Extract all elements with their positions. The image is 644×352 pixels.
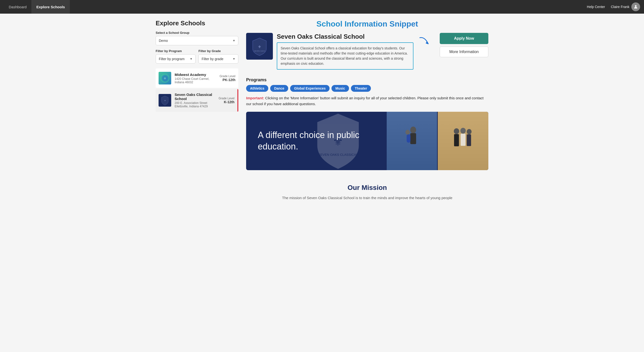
programs-label: Programs (246, 77, 488, 83)
snippet-heading: School Information Snippet (246, 20, 488, 29)
svg-text:⚜: ⚜ (164, 100, 166, 102)
important-text: Clicking on the 'More Information' butto… (246, 96, 484, 106)
grade-label-sevenoaks: Grade Level (219, 97, 234, 100)
program-tag-dance: Dance (270, 85, 288, 92)
filter-program-select[interactable]: Filter by program (156, 54, 196, 64)
svg-point-16 (460, 128, 466, 134)
school-item-midwest[interactable]: ⊙ Midwest Academy 1420 Chase Court Carme… (156, 68, 238, 88)
hero-text: A different choice in public education. (246, 130, 380, 152)
mission-title: Our Mission (256, 184, 478, 192)
school-detail-name: Seven Oaks Classical School (277, 33, 414, 41)
school-logo-midwest: ⊙ (158, 72, 171, 85)
main-container: Explore Schools Select a School Group De… (152, 14, 492, 212)
grade-value-midwest: PK-12th (220, 78, 236, 82)
help-center-link[interactable]: Help Center (587, 5, 605, 9)
content-area: School Information Snippet ⚜ SEVEN OAKS … (246, 20, 488, 207)
info-card-body: Seven Oaks Classical School Seven Oaks C… (277, 33, 414, 70)
filter-grade-label: Filter by Grade (198, 49, 238, 53)
svg-rect-15 (454, 134, 459, 146)
user-name-label: Claire Frank (611, 5, 630, 9)
school-list: ⊙ Midwest Academy 1420 Chase Court Carme… (156, 68, 238, 113)
school-info-sevenoaks: Seven Oaks Classical School 200 E. Assoc… (174, 93, 215, 108)
sidebar: Explore Schools Select a School Group De… (156, 20, 238, 207)
svg-point-0 (635, 5, 637, 7)
more-information-button[interactable]: More Information (440, 47, 488, 57)
svg-rect-17 (461, 134, 466, 146)
school-group-select-wrapper: Demo ▼ (156, 36, 238, 45)
important-label: Important: (246, 96, 264, 100)
filter-grade-col: Filter by Grade Filter by grade ▼ (198, 49, 238, 64)
filter-grade-select[interactable]: Filter by grade (198, 54, 238, 64)
svg-rect-19 (467, 134, 471, 146)
apply-now-button[interactable]: Apply Now (440, 33, 488, 44)
filter-grade-select-wrapper: Filter by grade ▼ (198, 54, 238, 64)
grade-label-midwest: Grade Level (220, 75, 236, 78)
mission-section: Our Mission The mission of Seven Oaks Cl… (246, 178, 488, 207)
school-detail-logo: ⚜ SEVEN OAKS (246, 33, 273, 60)
sidebar-title: Explore Schools (156, 20, 238, 27)
program-tag-athletics: Athletics (246, 85, 268, 92)
filter-program-select-wrapper: Filter by program ▼ (156, 54, 196, 64)
description-box: Seven Oaks Classical School offers a cla… (277, 42, 414, 70)
school-grade-sevenoaks: Grade Level K-12th (219, 97, 234, 104)
svg-text:SEVEN OAKS CLASSICAL: SEVEN OAKS CLASSICAL (318, 153, 358, 157)
school-name-midwest: Midwest Academy (174, 73, 216, 77)
info-card: ⚜ SEVEN OAKS Seven Oaks Classical School… (246, 33, 414, 70)
svg-text:⚜: ⚜ (258, 45, 261, 49)
program-tag-music: Music (332, 85, 349, 92)
avatar (631, 3, 640, 11)
programs-section: Programs Athletics Dance Global Experien… (246, 77, 488, 92)
arrow-icon (417, 35, 432, 50)
svg-point-18 (467, 129, 472, 134)
svg-point-14 (454, 128, 459, 134)
school-name-sevenoaks: Seven Oaks Classical School (174, 93, 215, 101)
school-group-select[interactable]: Demo (156, 36, 238, 45)
nav-tab-explore-schools[interactable]: Explore Schools (31, 0, 70, 14)
svg-text:⊙: ⊙ (164, 77, 166, 80)
school-grade-midwest: Grade Level PK-12th (220, 75, 236, 82)
hero-image-2 (438, 112, 488, 170)
programs-tags: Athletics Dance Global Experiences Music… (246, 85, 488, 92)
svg-point-10 (410, 127, 416, 133)
school-info-midwest: Midwest Academy 1420 Chase Court Carmel,… (174, 73, 216, 84)
filter-program-label: Filter by Program (156, 49, 196, 53)
important-notice: Important: Clicking on the 'More Informa… (246, 95, 488, 107)
svg-text:SEVEN OAKS: SEVEN OAKS (254, 50, 265, 52)
nav-right: Help Center Claire Frank (587, 3, 640, 11)
hero-banner: ⚜ SEVEN OAKS CLASSICAL A different choic… (246, 112, 488, 170)
program-tag-global-experiences: Global Experiences (290, 85, 330, 92)
top-navigation: Dashboard Explore Schools Help Center Cl… (0, 0, 644, 14)
nav-tab-dashboard[interactable]: Dashboard (4, 0, 31, 14)
mission-text: The mission of Seven Oaks Classical Scho… (256, 195, 478, 201)
user-menu[interactable]: Claire Frank (611, 3, 640, 11)
svg-point-13 (406, 130, 410, 135)
school-item-sevenoaks[interactable]: ⚜ Seven Oaks Classical School 200 E. Ass… (156, 89, 238, 112)
people-silhouette (400, 122, 424, 160)
filter-row: Filter by Program Filter by program ▼ Fi… (156, 49, 238, 64)
school-group-label: Select a School Group (156, 31, 238, 35)
school-logo-sevenoaks: ⚜ (158, 94, 171, 107)
filter-program-col: Filter by Program Filter by program ▼ (156, 49, 196, 64)
students-silhouette (450, 122, 476, 160)
hero-image-1 (387, 112, 437, 170)
arrow-annotation (417, 33, 432, 50)
action-buttons: Apply Now More Information (440, 33, 488, 57)
hero-images (387, 112, 488, 170)
program-tag-theater: Theater (351, 85, 371, 92)
grade-value-sevenoaks: K-12th (219, 100, 234, 104)
svg-rect-11 (410, 133, 416, 144)
svg-rect-12 (407, 134, 410, 143)
school-address-midwest: 1420 Chase Court Carmel, Indiana 46032 (174, 77, 216, 84)
school-address-sevenoaks: 200 E. Association Street Ellettsville, … (174, 101, 215, 108)
